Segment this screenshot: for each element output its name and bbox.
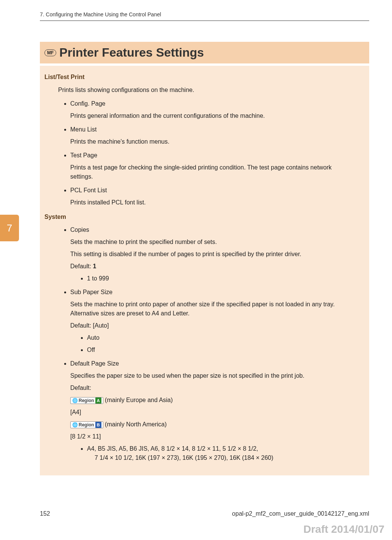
item-desc: Prints installed PCL font list. — [70, 198, 355, 207]
item-title: Copies — [70, 225, 355, 234]
item-title: Sub Paper Size — [70, 288, 355, 297]
page-footer: 152 opal-p2_mf2_com_user_guide_00142127_… — [40, 510, 369, 517]
region-b-letter: B — [95, 422, 101, 428]
system-heading: System — [44, 212, 362, 222]
item-desc: Prints a test page for checking the sing… — [70, 163, 355, 181]
option-item: Auto — [87, 333, 347, 342]
default-line: Default: [Auto] — [70, 321, 355, 330]
sizes-item: A4, B5 JIS, A5, B6 JIS, A6, 8 1/2 × 14, … — [87, 444, 347, 462]
item-title: Default Page Size — [70, 359, 355, 368]
list-item: Test Page Prints a test page for checkin… — [70, 151, 355, 181]
item-desc: This setting is disabled if the number o… — [70, 250, 355, 259]
item-desc: Specifies the paper size to be used when… — [70, 371, 355, 380]
page-title: Printer Features Settings — [59, 46, 204, 60]
item-desc: Sets the machine to print onto paper of … — [70, 300, 355, 318]
list-item: Menu List Prints the machine's function … — [70, 125, 355, 146]
list-item: Sub Paper Size Sets the machine to print… — [70, 288, 355, 355]
list-test-heading: List/Test Print — [44, 73, 362, 82]
item-title: Menu List — [70, 125, 355, 134]
list-item: Default Page Size Specifies the paper si… — [70, 359, 355, 462]
sizes-line-2: 7 1/4 × 10 1/2, 16K (197 × 273), 16K (19… — [95, 453, 347, 462]
region-b-line: 🌐 Region B (mainly North America) — [70, 420, 355, 429]
region-a-letter: A — [95, 397, 101, 404]
region-label: Region — [79, 397, 94, 404]
list-test-intro: Prints lists showing configurations on t… — [58, 86, 362, 95]
sizes-line-1: A4, B5 JIS, A5, B6 JIS, A6, 8 1/2 × 14, … — [87, 445, 258, 452]
sub-paper-options: Auto Off — [79, 333, 355, 355]
region-b-note: (mainly North America) — [105, 421, 167, 428]
default-value: 1 — [93, 263, 96, 269]
item-title: Test Page — [70, 151, 355, 160]
region-b-value: [8 1/2 × 11] — [70, 432, 355, 441]
list-item: Config. Page Prints general information … — [70, 99, 355, 120]
region-label: Region — [79, 422, 94, 428]
content-block: List/Test Print Prints lists showing con… — [40, 66, 369, 475]
document-page: 7. Configuring the Machine Using the Con… — [0, 0, 392, 540]
globe-icon: 🌐 — [72, 397, 78, 404]
list-test-items: Config. Page Prints general information … — [63, 99, 362, 207]
page-number: 152 — [40, 510, 50, 517]
page-sizes-list: A4, B5 JIS, A5, B6 JIS, A6, 8 1/2 × 14, … — [79, 444, 355, 462]
section-title-bar: MF Printer Features Settings — [40, 42, 369, 63]
chapter-tab: 7 — [0, 215, 19, 241]
default-label: Default: — [70, 263, 93, 269]
range-item: 1 to 999 — [87, 274, 347, 283]
source-file: opal-p2_mf2_com_user_guide_00142127_eng.… — [232, 510, 369, 517]
item-title: PCL Font List — [70, 186, 355, 195]
item-title: Config. Page — [70, 99, 355, 108]
region-a-line: 🌐 Region A (mainly Europe and Asia) — [70, 396, 355, 405]
item-desc: Sets the machine to print the specified … — [70, 238, 355, 247]
region-b-badge-icon: 🌐 Region B — [70, 421, 103, 428]
list-item: PCL Font List Prints installed PCL font … — [70, 186, 355, 207]
mf-badge-icon: MF — [44, 49, 56, 56]
region-a-value: [A4] — [70, 408, 355, 417]
default-label: Default: — [70, 383, 355, 393]
region-a-note: (mainly Europe and Asia) — [105, 397, 173, 403]
list-item: Copies Sets the machine to print the spe… — [70, 225, 355, 283]
region-a-badge-icon: 🌐 Region A — [70, 397, 103, 404]
option-item: Off — [87, 345, 347, 355]
running-header: 7. Configuring the Machine Using the Con… — [40, 11, 369, 21]
item-desc: Prints general information and the curre… — [70, 111, 355, 120]
draft-watermark: Draft 2014/01/07 — [303, 523, 384, 535]
default-line: Default: 1 — [70, 262, 355, 271]
item-desc: Prints the machine's function menus. — [70, 137, 355, 146]
globe-icon: 🌐 — [72, 422, 78, 428]
system-items: Copies Sets the machine to print the spe… — [63, 225, 362, 462]
copies-range-list: 1 to 999 — [79, 274, 355, 283]
